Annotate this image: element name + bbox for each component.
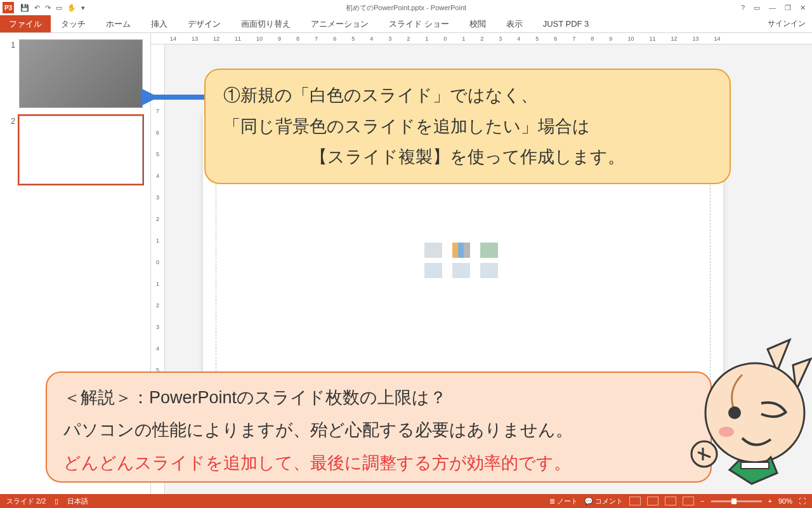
window-controls: ? ▭ — ❐ ✕ [741, 4, 812, 12]
callout-arrow-icon [141, 86, 204, 109]
insert-smartart-icon[interactable] [480, 243, 498, 258]
minimize-icon[interactable]: — [769, 4, 776, 12]
thumb-preview [19, 39, 143, 108]
mascot-character-icon [666, 337, 812, 495]
callout2-line2: パソコンの性能によりますが、殆ど心配する必要はありません。 [63, 414, 694, 446]
redo-icon[interactable]: ↷ [45, 4, 51, 12]
callout1-line3: 【スライド複製】を使って作成します。 [223, 142, 712, 173]
close-icon[interactable]: ✕ [800, 4, 806, 12]
reading-view-icon[interactable] [665, 497, 676, 505]
insert-chart-icon[interactable] [452, 243, 470, 258]
zoom-out-button[interactable]: − [700, 497, 704, 505]
status-bar: スライド 2/2 ▯ 日本語 ≣ ノート 💬 コメント − + 90% ⛶ [0, 494, 812, 508]
tab-slideshow[interactable]: スライド ショー [379, 18, 459, 30]
save-icon[interactable]: 💾 [20, 4, 29, 12]
title-bar: P3 💾 ↶ ↷ ▭ ✋ ▾ 初めてのPowerPoint.pptx - Pow… [0, 0, 812, 15]
zoom-slider[interactable] [711, 500, 762, 502]
help-icon[interactable]: ? [741, 4, 745, 12]
insert-table-icon[interactable] [424, 243, 442, 258]
spellcheck-icon[interactable]: ▯ [55, 497, 58, 505]
annotation-callout-2: ＜解説＞：PowerPointのスライド枚数の上限は？ パソコンの性能によります… [46, 371, 712, 483]
zoom-percent[interactable]: 90% [778, 497, 792, 505]
qat-dropdown-icon[interactable]: ▾ [81, 4, 85, 12]
callout2-line1: ＜解説＞：PowerPointのスライド枚数の上限は？ [63, 382, 694, 414]
sorter-view-icon[interactable] [647, 497, 658, 505]
maximize-icon[interactable]: ❐ [785, 4, 791, 12]
thumb-preview [19, 116, 143, 184]
thumb-number: 2 [6, 116, 15, 184]
tab-review[interactable]: 校閲 [459, 18, 496, 30]
tab-justpdf[interactable]: JUST PDF 3 [533, 19, 599, 29]
tab-file[interactable]: ファイル [0, 15, 51, 32]
new-slide-icon[interactable]: ▭ [56, 4, 62, 12]
ribbon-tabs: ファイル タッチ ホーム 挿入 デザイン 画面切り替え アニメーション スライド… [0, 15, 812, 33]
insert-online-picture-icon[interactable] [452, 263, 470, 278]
signin-link[interactable]: サインイン [768, 18, 812, 29]
quick-access-toolbar: 💾 ↶ ↷ ▭ ✋ ▾ [16, 4, 89, 12]
tab-design[interactable]: デザイン [178, 18, 231, 30]
language-indicator[interactable]: 日本語 [67, 497, 88, 506]
callout1-line1: ①新規の「白色のスライド」ではなく、 [223, 80, 712, 111]
horizontal-ruler: 141312111098765432101234567891011121314 [151, 33, 812, 44]
content-icon-grid [424, 243, 502, 278]
comments-button[interactable]: 💬 コメント [584, 497, 623, 506]
tab-home[interactable]: ホーム [96, 18, 141, 30]
notes-button[interactable]: ≣ ノート [549, 497, 578, 506]
zoom-in-button[interactable]: + [768, 497, 772, 505]
slide-thumbnail-2[interactable]: 2 [6, 116, 144, 184]
undo-icon[interactable]: ↶ [34, 4, 40, 12]
callout1-line2: 「同じ背景色のスライドを追加したい」場合は [223, 111, 712, 142]
svg-rect-4 [741, 462, 769, 469]
svg-point-3 [719, 427, 734, 437]
slideshow-view-icon[interactable] [683, 497, 694, 505]
tab-insert[interactable]: 挿入 [141, 18, 178, 30]
document-title: 初めてのPowerPoint.pptx - PowerPoint [346, 3, 466, 13]
insert-picture-icon[interactable] [424, 263, 442, 278]
tab-view[interactable]: 表示 [496, 18, 533, 30]
slide-counter: スライド 2/2 [6, 497, 46, 506]
ribbon-toggle-icon[interactable]: ▭ [754, 4, 760, 12]
tab-touch[interactable]: タッチ [51, 18, 96, 30]
slide-thumbnail-1[interactable]: 1 [6, 39, 144, 108]
callout2-line3: どんどんスライドを追加して、最後に調整する方が効率的です。 [63, 447, 694, 479]
fit-slide-icon[interactable]: ⛶ [799, 497, 806, 505]
annotation-callout-1: ①新規の「白色のスライド」ではなく、 「同じ背景色のスライドを追加したい」場合は… [204, 69, 731, 184]
tab-animations[interactable]: アニメーション [301, 18, 379, 30]
insert-video-icon[interactable] [480, 263, 498, 278]
svg-point-1 [705, 363, 804, 462]
normal-view-icon[interactable] [629, 497, 641, 505]
svg-point-2 [728, 406, 741, 419]
tab-transitions[interactable]: 画面切り替え [231, 18, 301, 30]
app-icon: P3 [3, 2, 14, 13]
touch-mode-icon[interactable]: ✋ [67, 4, 76, 12]
thumb-number: 1 [6, 39, 15, 108]
